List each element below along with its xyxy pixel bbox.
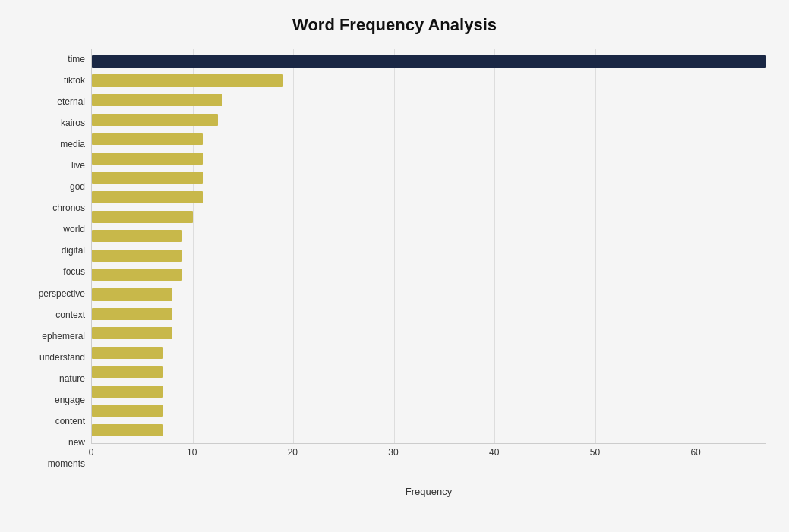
bar-row [92, 247, 766, 264]
chart-title: Word Frequency Analysis [23, 15, 766, 35]
bar-row [92, 228, 766, 244]
bar [92, 230, 182, 242]
x-tick-label: 50 [590, 447, 600, 458]
bar-row [92, 92, 766, 109]
bar [92, 94, 222, 106]
y-label: context [55, 306, 85, 324]
y-label: moments [48, 455, 85, 473]
bar-row [92, 364, 766, 380]
y-label: focus [63, 263, 85, 281]
y-label: god [70, 178, 85, 196]
y-label: time [68, 50, 85, 68]
bar [92, 386, 163, 398]
y-label: kairos [61, 114, 85, 132]
bar-row [92, 72, 766, 89]
bar [92, 424, 163, 436]
bar [92, 211, 193, 223]
bar [92, 327, 172, 339]
bar-row [92, 345, 766, 361]
bar [92, 366, 163, 378]
bar [92, 114, 218, 126]
bars-and-x: Frequency 0102030405060 [91, 49, 766, 474]
bar-row [92, 112, 766, 128]
bar-row [92, 306, 766, 323]
bar [92, 250, 182, 262]
y-label: ephemeral [42, 327, 85, 345]
y-label: tiktok [64, 71, 85, 90]
bar [92, 172, 203, 184]
x-tick-label: 60 [690, 447, 700, 458]
bars-area [91, 49, 766, 444]
x-tick-label: 20 [288, 447, 298, 458]
y-label: chronos [52, 199, 85, 217]
x-tick-label: 40 [489, 447, 499, 458]
bar-row [92, 169, 766, 186]
x-tick-label: 30 [388, 447, 398, 458]
chart-container: Word Frequency Analysis timetiktoketerna… [0, 0, 789, 532]
bar [92, 74, 283, 87]
bar-row [92, 286, 766, 303]
x-tick-label: 10 [187, 447, 197, 458]
bar [92, 308, 172, 320]
y-label: live [71, 156, 85, 175]
bar [92, 405, 163, 417]
x-tick-label: 0 [89, 447, 94, 458]
chart-area: timetiktoketernalkairosmedialivegodchron… [23, 49, 766, 474]
y-label: content [55, 412, 85, 430]
bar-row [92, 150, 766, 167]
bar-row [92, 53, 766, 70]
bar-row [92, 422, 766, 439]
bar-row [92, 266, 766, 283]
y-label: nature [59, 370, 85, 388]
y-label: media [60, 135, 85, 153]
y-label: world [63, 220, 85, 238]
y-label: new [68, 433, 85, 452]
y-label: engage [55, 391, 85, 409]
bar-row [92, 383, 766, 400]
bar-row [92, 209, 766, 225]
bars-inner [92, 49, 766, 443]
y-label: digital [62, 241, 85, 260]
y-label: understand [39, 348, 85, 367]
bar-row [92, 189, 766, 206]
bar-row [92, 325, 766, 342]
bar [92, 153, 203, 165]
y-label: perspective [39, 285, 85, 303]
x-axis-label: Frequency [406, 486, 452, 497]
bar-row [92, 402, 766, 419]
bar [92, 55, 766, 68]
bar [92, 347, 163, 359]
y-label: eternal [57, 93, 85, 111]
bar [92, 269, 182, 281]
bar [92, 133, 203, 145]
bar-row [92, 131, 766, 147]
bar [92, 288, 172, 301]
bar [92, 191, 203, 203]
y-labels: timetiktoketernalkairosmedialivegodchron… [23, 49, 91, 474]
x-axis: Frequency 0102030405060 [91, 444, 766, 474]
